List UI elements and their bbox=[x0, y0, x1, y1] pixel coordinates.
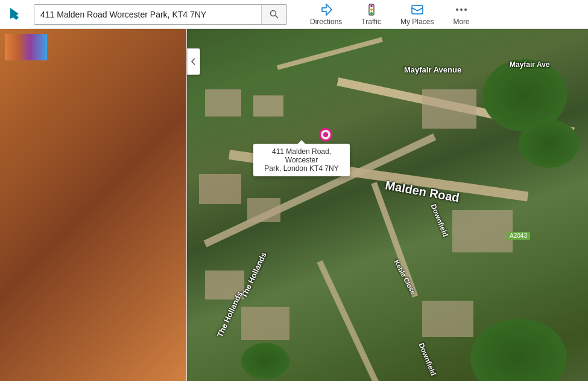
side-panel: 411 Malden Road, Worcester Park, L... ··… bbox=[0, 29, 187, 381]
collapse-panel-button[interactable] bbox=[187, 48, 200, 75]
svg-rect-8 bbox=[412, 5, 423, 14]
nav-traffic[interactable]: Traffic bbox=[353, 1, 390, 28]
road-badge-a2043: A2043 bbox=[507, 232, 530, 240]
building-4 bbox=[247, 198, 280, 222]
found-at-address-section: Found at this address Plough Green Pre-S… bbox=[0, 196, 186, 285]
tooltip-line2: Park, London KT4 7NY bbox=[259, 164, 344, 173]
nav-myplaces[interactable]: My Places bbox=[392, 1, 442, 28]
trees-4 bbox=[241, 343, 289, 379]
building-1 bbox=[205, 89, 241, 117]
nav-directions[interactable]: Directions bbox=[302, 1, 350, 28]
svg-point-4 bbox=[370, 5, 373, 7]
nav-myplaces-label: My Places bbox=[400, 18, 434, 26]
road-label-mayfair: Mayfair Avenue bbox=[404, 65, 461, 74]
svg-line-2 bbox=[275, 15, 278, 18]
building-3 bbox=[199, 174, 241, 204]
road-label-mayfair2: Mayfair Ave bbox=[510, 60, 549, 69]
search-input[interactable] bbox=[34, 10, 261, 19]
svg-point-1 bbox=[270, 10, 276, 16]
trees-2 bbox=[519, 120, 579, 168]
building-9 bbox=[422, 301, 473, 337]
svg-point-9 bbox=[456, 8, 458, 11]
found-item-0[interactable]: Plough Green Pre-School Worcester Park..… bbox=[7, 216, 59, 280]
svg-point-5 bbox=[370, 8, 373, 11]
found-items-list: Plough Green Pre-School Worcester Park..… bbox=[7, 216, 179, 280]
map-tooltip: 411 Malden Road, Worcester Park, London … bbox=[253, 144, 350, 176]
svg-point-6 bbox=[370, 12, 373, 14]
nav-more[interactable]: More bbox=[444, 1, 478, 28]
svg-marker-3 bbox=[322, 4, 332, 15]
nav-directions-label: Directions bbox=[310, 18, 342, 26]
building-7 bbox=[422, 89, 476, 129]
found-item-0-image bbox=[7, 216, 59, 252]
building-6 bbox=[241, 307, 289, 340]
nav-more-label: More bbox=[453, 18, 469, 26]
building-2 bbox=[253, 95, 283, 117]
svg-point-10 bbox=[460, 8, 463, 11]
tooltip-line1: 411 Malden Road, Worcester bbox=[259, 147, 344, 164]
bing-logo[interactable] bbox=[0, 0, 29, 29]
search-bar bbox=[34, 4, 287, 25]
svg-point-11 bbox=[464, 8, 467, 11]
nav-items: Directions Traffic My Places More bbox=[302, 1, 478, 28]
nav-traffic-label: Traffic bbox=[361, 18, 381, 26]
search-button[interactable] bbox=[261, 5, 286, 24]
location-marker bbox=[319, 128, 332, 141]
topbar: Directions Traffic My Places More bbox=[0, 0, 588, 29]
building-8 bbox=[452, 210, 513, 252]
